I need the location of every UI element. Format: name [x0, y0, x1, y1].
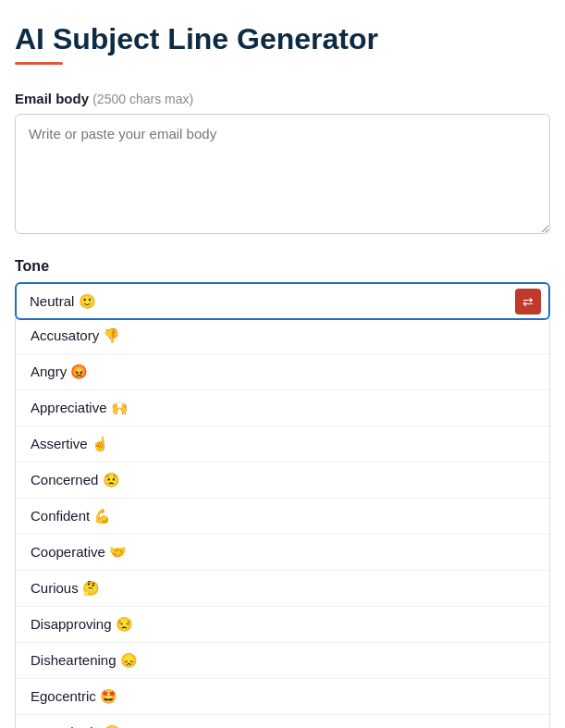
tone-input-wrapper: ⇄	[15, 282, 550, 320]
dropdown-item[interactable]: Concerned 😟	[16, 463, 549, 499]
dropdown-item[interactable]: Appreciative 🙌	[16, 390, 549, 426]
dropdown-item[interactable]: Empathetic 😊	[16, 715, 549, 728]
expand-icon: ⇄	[522, 294, 534, 309]
dropdown-item[interactable]: Assertive ☝️	[16, 426, 549, 463]
char-limit: (2500 chars max)	[92, 92, 193, 106]
dropdown-item[interactable]: Angry 😡	[16, 354, 549, 390]
tone-section: Tone ⇄ Accusatory 👎Angry 😡Appreciative 🙌…	[15, 258, 550, 728]
dropdown-item[interactable]: Confident 💪	[16, 499, 549, 535]
dropdown-item[interactable]: Cooperative 🤝	[16, 535, 549, 571]
tone-label: Tone	[15, 258, 550, 275]
tone-input[interactable]	[15, 282, 550, 320]
dropdown-item[interactable]: Disheartening 😞	[16, 643, 549, 679]
dropdown-item[interactable]: Accusatory 👎	[16, 318, 549, 354]
email-body-section: Email body (2500 chars max)	[15, 91, 550, 238]
email-body-label: Email body (2500 chars max)	[15, 91, 550, 106]
dropdown-item[interactable]: Disapproving 😒	[16, 607, 549, 643]
tone-input-icon[interactable]: ⇄	[515, 289, 541, 315]
tone-dropdown: Accusatory 👎Angry 😡Appreciative 🙌Asserti…	[15, 318, 550, 728]
dropdown-item[interactable]: Egocentric 🤩	[16, 679, 549, 715]
dropdown-item[interactable]: Curious 🤔	[16, 571, 549, 607]
page-title: AI Subject Line Generator	[15, 22, 550, 56]
email-body-textarea[interactable]	[15, 114, 550, 234]
title-underline	[15, 62, 63, 65]
